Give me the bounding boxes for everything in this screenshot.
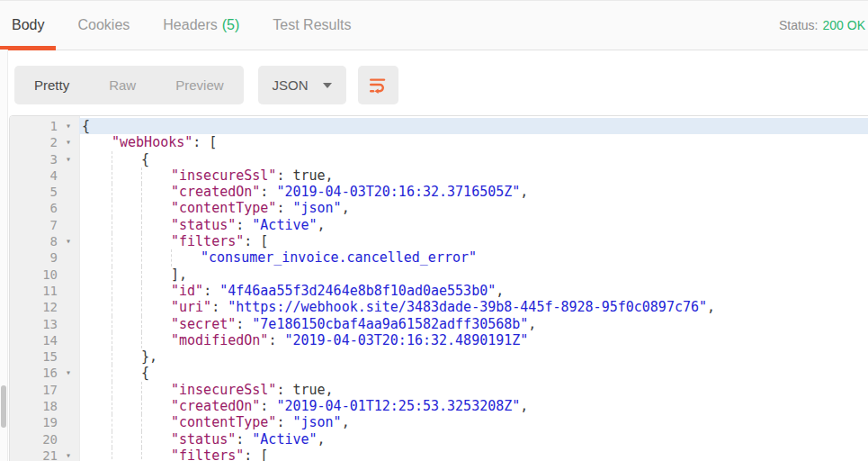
indent-guide	[141, 332, 142, 348]
code-lines: 1▾{2▾"webHooks": [3▾{4"insecureSsl": tru…	[10, 116, 868, 461]
language-dropdown[interactable]: JSON	[258, 66, 346, 104]
code-editor[interactable]: 1▾{2▾"webHooks": [3▾{4"insecureSsl": tru…	[9, 115, 868, 461]
line-gutter-cell: 3▾	[10, 151, 79, 167]
json-key: "filters"	[171, 233, 244, 249]
fold-arrow-icon[interactable]: ▾	[58, 365, 79, 381]
code-text[interactable]: },	[79, 348, 868, 365]
line-gutter-cell: 21▾	[10, 447, 79, 461]
code-text[interactable]: "createdOn": "2019-04-01T12:25:53.325320…	[79, 398, 868, 414]
line-number: 9	[10, 249, 58, 266]
response-tabs: BodyCookiesHeaders(5)Test Results	[0, 1, 372, 50]
json-punctuation: ,	[520, 184, 528, 200]
code-text[interactable]: "insecureSsl": true,	[79, 167, 868, 184]
code-text[interactable]: "uri": "https://webhook.site/3483dade-39…	[79, 299, 868, 315]
line-number: 21	[10, 447, 58, 461]
code-text[interactable]: {	[79, 118, 868, 134]
tab-test-results[interactable]: Test Results	[261, 1, 362, 50]
line-gutter-cell: 17	[10, 382, 79, 398]
code-text[interactable]: "id": "4f46aa55f3d2464e8b8f10ad0ae553b0"…	[79, 283, 868, 299]
window-scrollbar[interactable]	[0, 50, 8, 461]
json-punctuation: ,	[528, 316, 536, 332]
code-text[interactable]: "filters": [	[79, 447, 868, 461]
code-text[interactable]: ],	[79, 267, 868, 283]
json-string: "Active"	[252, 431, 317, 447]
indent-guide	[112, 167, 112, 184]
code-text[interactable]: "filters": [	[79, 233, 868, 249]
code-line: 4"insecureSsl": true,	[10, 167, 868, 184]
wrap-text-button[interactable]	[358, 66, 398, 104]
json-string: "2019-04-01T12:25:53.3253208Z"	[276, 398, 520, 414]
json-string: "json"	[292, 414, 341, 430]
indent-guide	[112, 382, 112, 398]
code-text[interactable]: "status": "Active",	[79, 431, 868, 447]
code-text[interactable]: "secret": "7e186150cbaf4aa9a61582adff305…	[79, 316, 868, 332]
json-punctuation: {	[141, 151, 149, 167]
json-boolean: true	[292, 382, 325, 398]
json-punctuation: : [	[192, 134, 217, 150]
json-key: "contentType"	[171, 200, 276, 216]
tab-body[interactable]: Body	[0, 1, 56, 50]
json-key: "insecureSsl"	[171, 382, 276, 398]
code-text[interactable]: "contentType": "json",	[79, 200, 868, 216]
indent-guide	[141, 431, 142, 447]
indent-guide	[112, 217, 112, 233]
line-gutter-cell: 13	[10, 316, 79, 332]
line-gutter-cell: 1▾	[10, 118, 79, 134]
json-string: "2019-04-03T20:16:32.3716505Z"	[276, 184, 520, 200]
line-number: 6	[10, 200, 58, 216]
json-punctuation: {	[141, 365, 149, 381]
view-mode-pretty[interactable]: Pretty	[14, 66, 89, 104]
json-punctuation: ,	[520, 398, 528, 414]
indent-guide	[112, 151, 112, 167]
view-mode-raw[interactable]: Raw	[89, 66, 156, 104]
code-text[interactable]: {	[79, 151, 868, 167]
indent-guide	[141, 382, 142, 398]
indent-guide	[141, 299, 142, 315]
code-text[interactable]: "modifiedOn": "2019-04-03T20:16:32.48901…	[79, 332, 868, 348]
json-punctuation: ,	[342, 414, 350, 430]
json-punctuation: :	[203, 283, 219, 299]
line-number: 3	[10, 151, 58, 167]
code-text[interactable]: "webHooks": [	[79, 134, 868, 150]
window-scrollbar-thumb[interactable]	[1, 385, 6, 428]
indent-guide	[141, 233, 142, 249]
tab-headers[interactable]: Headers(5)	[151, 1, 251, 50]
code-line: 1▾{	[10, 118, 868, 134]
indent-guide	[112, 332, 112, 348]
code-text[interactable]: "insecureSsl": true,	[79, 382, 868, 398]
json-key: "createdOn"	[171, 184, 260, 200]
line-gutter-cell: 19	[10, 414, 79, 430]
json-key: "status"	[171, 217, 236, 233]
code-text[interactable]: "consumer_invoice.cancelled_error"	[79, 249, 868, 266]
indent-guide	[112, 249, 112, 266]
json-punctuation: :	[276, 200, 292, 216]
json-string: "7e186150cbaf4aa9a61582adff30568b"	[252, 316, 528, 332]
code-text[interactable]: "createdOn": "2019-04-03T20:16:32.371650…	[79, 184, 868, 200]
json-string: "4f46aa55f3d2464e8b8f10ad0ae553b0"	[219, 283, 496, 299]
code-text[interactable]: {	[79, 365, 868, 381]
indent-guide	[141, 447, 142, 461]
indent-guide	[112, 316, 112, 332]
line-number: 18	[10, 398, 58, 414]
fold-arrow-icon[interactable]: ▾	[58, 134, 79, 150]
code-text[interactable]: "status": "Active",	[79, 217, 868, 233]
fold-arrow-icon[interactable]: ▾	[58, 151, 79, 167]
json-punctuation: ,	[326, 167, 334, 184]
indent-guide	[141, 316, 142, 332]
fold-arrow-icon[interactable]: ▾	[58, 233, 79, 249]
line-number: 1	[10, 118, 58, 134]
json-key: "secret"	[171, 316, 236, 332]
fold-arrow-icon[interactable]: ▾	[58, 118, 79, 134]
view-mode-preview[interactable]: Preview	[156, 66, 243, 104]
code-line: 14"modifiedOn": "2019-04-03T20:16:32.489…	[10, 332, 868, 348]
json-punctuation: ,	[342, 200, 350, 216]
json-key: "filters"	[171, 447, 244, 461]
indent-guide	[112, 431, 112, 447]
json-punctuation: :	[236, 431, 252, 447]
tab-cookies[interactable]: Cookies	[66, 1, 141, 50]
code-text[interactable]: "contentType": "json",	[79, 414, 868, 430]
line-gutter-cell: 14	[10, 332, 79, 348]
json-string: "https://webhook.site/3483dade-39b8-445f…	[228, 299, 707, 315]
fold-arrow-icon[interactable]: ▾	[58, 447, 79, 461]
code-line: 3▾{	[10, 151, 868, 167]
